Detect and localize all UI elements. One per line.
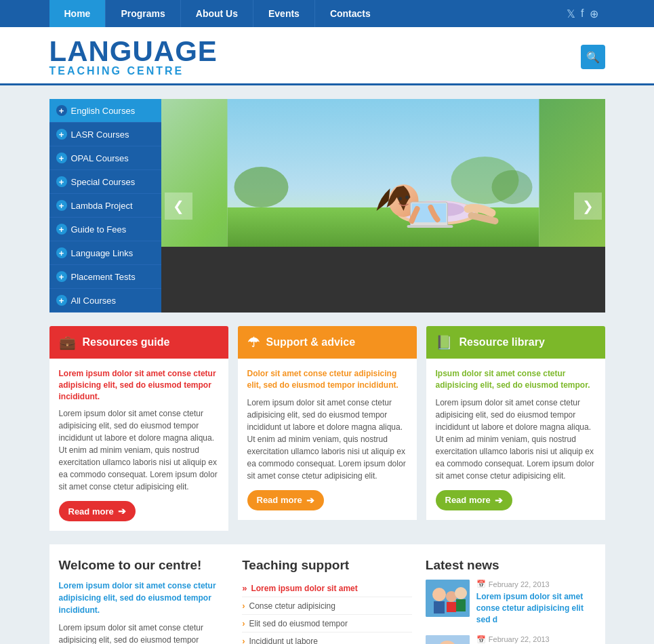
chevron-icon: › bbox=[242, 618, 245, 628]
nav-programs[interactable]: Programs bbox=[106, 0, 180, 27]
support-advice-title: Support & advice bbox=[266, 336, 356, 348]
news-content: 📅 February 22, 2013 Ipsum dolor sit amet… bbox=[476, 635, 596, 644]
news-title: Latest news bbox=[426, 558, 596, 573]
list-item[interactable]: › Elit sed do eiusmod tempor bbox=[242, 615, 412, 632]
briefcase-icon: 💼 bbox=[59, 334, 76, 350]
calendar-icon: 📅 bbox=[476, 580, 486, 588]
double-chevron-icon: » bbox=[242, 583, 247, 593]
svg-rect-16 bbox=[434, 601, 445, 613]
site-logo: LANGUAGE TEACHING CENTRE bbox=[49, 37, 218, 77]
resource-library-read-more[interactable]: Read more ➔ bbox=[436, 490, 512, 510]
svg-point-10 bbox=[405, 196, 409, 199]
support-advice-highlight: Dolor sit amet conse ctetur adipisicing … bbox=[247, 368, 407, 391]
sidebar-item-lambda-project[interactable]: + Lambda Project bbox=[49, 194, 161, 218]
teaching-title: Teaching support bbox=[242, 558, 412, 573]
svg-point-3 bbox=[491, 170, 532, 204]
svg-point-1 bbox=[234, 167, 288, 207]
resources-guide-title: Resources guide bbox=[83, 336, 170, 348]
search-icon: 🔍 bbox=[586, 51, 600, 64]
sidebar-item-placement-tests[interactable]: + Placement Tests bbox=[49, 265, 161, 289]
rss-icon[interactable]: ⊕ bbox=[590, 7, 598, 20]
sidebar-item-lasr-courses[interactable]: + LASR Courses bbox=[49, 123, 161, 146]
plus-icon: + bbox=[56, 271, 67, 282]
sidebar: + English Courses + LASR Courses + OPAL … bbox=[49, 99, 161, 313]
welcome-section: Welcome to our centre! Lorem ipsum dolor… bbox=[59, 558, 229, 644]
resources-guide-read-more[interactable]: Read more ➔ bbox=[59, 501, 136, 521]
calendar-icon: 📅 bbox=[476, 635, 486, 644]
book-icon: 📗 bbox=[436, 334, 453, 350]
support-advice-body: Lorem ipsum dolor sit amet conse ctetur … bbox=[247, 397, 407, 482]
nav-contacts[interactable]: Contacts bbox=[315, 0, 386, 27]
news-link[interactable]: Lorem ipsum dolor sit amet conse ctetur … bbox=[476, 591, 596, 625]
resources-guide-highlight: Lorem ipsum dolor sit amet conse ctetur … bbox=[59, 368, 219, 402]
search-button[interactable]: 🔍 bbox=[581, 45, 605, 69]
svg-point-19 bbox=[455, 587, 467, 599]
main-nav: Home Programs About Us Events Contacts bbox=[49, 0, 386, 27]
nav-home[interactable]: Home bbox=[49, 0, 106, 27]
resource-library-body: Lorem ipsum dolor sit amet conse ctetur … bbox=[436, 397, 596, 482]
svg-rect-18 bbox=[447, 602, 456, 612]
svg-rect-20 bbox=[456, 599, 466, 611]
plus-icon: + bbox=[56, 200, 67, 211]
plus-icon: + bbox=[56, 105, 67, 116]
welcome-body1: Lorem ipsum dolor sit amet conse ctetur … bbox=[59, 622, 229, 644]
facebook-icon[interactable]: f bbox=[581, 7, 584, 20]
sidebar-item-special-courses[interactable]: + Special Courses bbox=[49, 170, 161, 194]
resource-library-title: Resource library bbox=[459, 336, 545, 348]
arrow-icon: ➔ bbox=[306, 495, 314, 506]
chevron-icon: › bbox=[242, 636, 245, 644]
sidebar-item-all-courses[interactable]: + All Courses bbox=[49, 289, 161, 313]
resource-library-box: 📗 Resource library Ipsum dolor sit amet … bbox=[426, 326, 605, 531]
news-thumbnail bbox=[426, 635, 470, 644]
support-advice-box: ☂ Support & advice Dolor sit amet conse … bbox=[238, 326, 417, 531]
news-content: 📅 February 22, 2013 Lorem ipsum dolor si… bbox=[476, 580, 596, 625]
resources-guide-box: 💼 Resources guide Lorem ipsum dolor sit … bbox=[49, 326, 228, 531]
news-item: 📅 February 22, 2013 Ipsum dolor sit amet… bbox=[426, 635, 596, 644]
arrow-icon: ➔ bbox=[118, 506, 126, 517]
list-item[interactable]: › Conse ctetur adipisicing bbox=[242, 597, 412, 615]
nav-events[interactable]: Events bbox=[253, 0, 314, 27]
svg-rect-13 bbox=[407, 225, 453, 228]
welcome-highlight: Lorem ipsum dolor sit amet conse ctetur … bbox=[59, 580, 229, 616]
list-item[interactable]: » Lorem ipsum dolor sit amet bbox=[242, 580, 412, 597]
logo-main: LANGUAGE bbox=[49, 37, 218, 66]
svg-point-15 bbox=[432, 588, 446, 601]
sidebar-item-language-links[interactable]: + Language Links bbox=[49, 241, 161, 265]
welcome-title: Welcome to our centre! bbox=[59, 558, 229, 573]
latest-news-section: Latest news bbox=[426, 558, 596, 644]
nav-about[interactable]: About Us bbox=[181, 0, 253, 27]
plus-icon: + bbox=[56, 176, 67, 187]
umbrella-icon: ☂ bbox=[247, 334, 260, 350]
plus-icon: + bbox=[56, 129, 67, 140]
svg-point-9 bbox=[398, 197, 402, 201]
plus-icon: + bbox=[56, 247, 67, 258]
sidebar-item-guide-fees[interactable]: + Guide to Fees bbox=[49, 218, 161, 241]
resources-guide-body: Lorem ipsum dolor sit amet conse ctetur … bbox=[59, 407, 219, 493]
resource-library-highlight: Ipsum dolor sit amet conse ctetur adipis… bbox=[436, 368, 596, 391]
sidebar-item-opal-courses[interactable]: + OPAL Courses bbox=[49, 146, 161, 170]
teaching-list: » Lorem ipsum dolor sit amet › Conse cte… bbox=[242, 580, 412, 644]
teaching-support-section: Teaching support » Lorem ipsum dolor sit… bbox=[242, 558, 412, 644]
plus-icon: + bbox=[56, 153, 67, 163]
slider-prev-button[interactable]: ❮ bbox=[165, 193, 192, 220]
hero-slider: ❮ ❯ bbox=[161, 99, 605, 313]
news-item: 📅 February 22, 2013 Lorem ipsum dolor si… bbox=[426, 580, 596, 625]
arrow-icon: ➔ bbox=[495, 495, 503, 506]
plus-icon: + bbox=[56, 295, 67, 306]
sidebar-item-english-courses[interactable]: + English Courses bbox=[49, 99, 161, 123]
logo-sub: TEACHING CENTRE bbox=[49, 66, 218, 77]
news-thumbnail bbox=[426, 580, 470, 617]
slider-next-button[interactable]: ❯ bbox=[574, 193, 602, 220]
twitter-icon[interactable]: 𝕏 bbox=[567, 7, 575, 20]
chevron-icon: › bbox=[242, 601, 245, 611]
plus-icon: + bbox=[56, 224, 67, 235]
support-advice-read-more[interactable]: Read more ➔ bbox=[247, 490, 324, 510]
list-item[interactable]: › Incididunt ut labore bbox=[242, 632, 412, 644]
